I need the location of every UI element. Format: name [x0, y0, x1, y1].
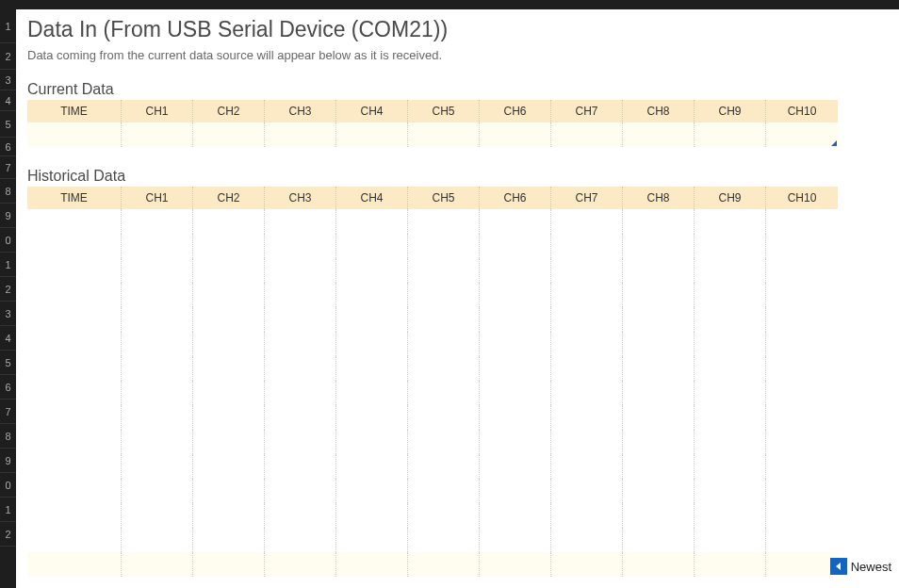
data-cell[interactable]	[193, 381, 265, 405]
data-cell[interactable]	[408, 283, 480, 307]
data-cell[interactable]	[695, 283, 766, 307]
data-cell[interactable]	[408, 552, 480, 577]
data-cell[interactable]	[623, 479, 695, 503]
data-cell[interactable]	[193, 528, 265, 552]
data-cell[interactable]	[408, 258, 480, 283]
data-cell[interactable]	[193, 356, 265, 381]
data-cell[interactable]	[480, 405, 551, 430]
data-cell[interactable]	[408, 122, 480, 147]
data-cell[interactable]	[336, 454, 408, 479]
data-cell[interactable]	[27, 528, 122, 552]
data-cell[interactable]	[265, 122, 336, 147]
data-cell[interactable]	[336, 503, 408, 528]
data-cell[interactable]	[695, 552, 766, 577]
data-cell[interactable]	[766, 234, 838, 258]
data-cell[interactable]	[27, 122, 122, 147]
data-cell[interactable]	[122, 381, 193, 405]
data-cell[interactable]	[193, 258, 265, 283]
data-cell[interactable]	[695, 454, 766, 479]
data-cell[interactable]	[408, 528, 480, 552]
data-cell[interactable]	[551, 528, 623, 552]
data-cell[interactable]	[122, 307, 193, 332]
data-cell[interactable]	[623, 122, 695, 147]
data-cell[interactable]	[408, 332, 480, 356]
data-cell[interactable]	[122, 552, 193, 577]
data-cell[interactable]	[336, 552, 408, 577]
data-cell[interactable]	[551, 405, 623, 430]
data-cell[interactable]	[336, 209, 408, 234]
data-cell[interactable]	[623, 552, 695, 577]
data-cell[interactable]	[766, 122, 838, 147]
data-cell[interactable]	[480, 122, 551, 147]
data-cell[interactable]	[265, 307, 336, 332]
data-cell[interactable]	[695, 479, 766, 503]
data-cell[interactable]	[336, 356, 408, 381]
resize-handle-icon[interactable]	[831, 140, 837, 146]
data-cell[interactable]	[27, 332, 122, 356]
data-cell[interactable]	[480, 258, 551, 283]
data-cell[interactable]	[480, 283, 551, 307]
data-cell[interactable]	[122, 430, 193, 454]
data-cell[interactable]	[766, 528, 838, 552]
data-cell[interactable]	[336, 307, 408, 332]
data-cell[interactable]	[551, 356, 623, 381]
data-cell[interactable]	[122, 209, 193, 234]
data-cell[interactable]	[551, 307, 623, 332]
data-cell[interactable]	[336, 332, 408, 356]
data-cell[interactable]	[408, 454, 480, 479]
data-cell[interactable]	[122, 332, 193, 356]
data-cell[interactable]	[695, 430, 766, 454]
data-cell[interactable]	[193, 405, 265, 430]
data-cell[interactable]	[695, 122, 766, 147]
data-cell[interactable]	[695, 356, 766, 381]
data-cell[interactable]	[27, 405, 122, 430]
data-cell[interactable]	[695, 307, 766, 332]
data-cell[interactable]	[766, 332, 838, 356]
data-cell[interactable]	[193, 479, 265, 503]
data-cell[interactable]	[551, 234, 623, 258]
data-cell[interactable]	[265, 430, 336, 454]
data-cell[interactable]	[766, 454, 838, 479]
data-cell[interactable]	[27, 381, 122, 405]
data-cell[interactable]	[265, 454, 336, 479]
data-cell[interactable]	[193, 209, 265, 234]
data-cell[interactable]	[623, 234, 695, 258]
data-cell[interactable]	[623, 405, 695, 430]
data-cell[interactable]	[336, 479, 408, 503]
data-cell[interactable]	[265, 258, 336, 283]
data-cell[interactable]	[551, 503, 623, 528]
data-cell[interactable]	[265, 356, 336, 381]
data-cell[interactable]	[623, 283, 695, 307]
data-cell[interactable]	[193, 430, 265, 454]
data-cell[interactable]	[766, 552, 838, 577]
data-cell[interactable]	[27, 234, 122, 258]
data-cell[interactable]	[551, 381, 623, 405]
data-cell[interactable]	[695, 234, 766, 258]
data-cell[interactable]	[265, 283, 336, 307]
data-cell[interactable]	[480, 430, 551, 454]
data-cell[interactable]	[480, 454, 551, 479]
data-cell[interactable]	[265, 381, 336, 405]
data-cell[interactable]	[265, 405, 336, 430]
data-cell[interactable]	[695, 381, 766, 405]
data-cell[interactable]	[193, 234, 265, 258]
data-cell[interactable]	[408, 503, 480, 528]
data-cell[interactable]	[336, 381, 408, 405]
data-cell[interactable]	[695, 332, 766, 356]
data-cell[interactable]	[122, 479, 193, 503]
data-cell[interactable]	[480, 552, 551, 577]
data-cell[interactable]	[623, 503, 695, 528]
data-cell[interactable]	[193, 307, 265, 332]
data-cell[interactable]	[695, 503, 766, 528]
data-cell[interactable]	[265, 528, 336, 552]
data-cell[interactable]	[193, 122, 265, 147]
data-cell[interactable]	[551, 430, 623, 454]
data-cell[interactable]	[766, 479, 838, 503]
data-cell[interactable]	[27, 307, 122, 332]
data-cell[interactable]	[193, 454, 265, 479]
data-cell[interactable]	[766, 283, 838, 307]
data-cell[interactable]	[480, 307, 551, 332]
data-cell[interactable]	[480, 381, 551, 405]
data-cell[interactable]	[766, 209, 838, 234]
data-cell[interactable]	[27, 479, 122, 503]
